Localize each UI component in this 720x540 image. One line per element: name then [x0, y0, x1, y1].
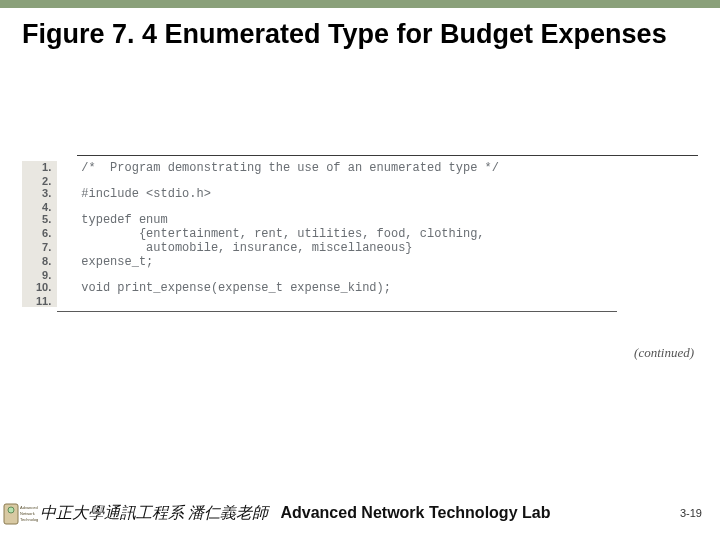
line-number: 7.	[22, 241, 57, 255]
code-text	[57, 201, 617, 213]
continued-label: (continued)	[634, 345, 694, 361]
code-line: 10. void print_expense(expense_t expense…	[22, 281, 617, 295]
code-line: 6. {entertainment, rent, utilities, food…	[22, 227, 617, 241]
page-number: 3-19	[680, 507, 714, 519]
code-line: 3. #include <stdio.h>	[22, 187, 617, 201]
code-line: 4.	[22, 201, 617, 213]
figure-bottom-rule-row	[22, 307, 617, 311]
code-line: 2.	[22, 175, 617, 187]
slide-footer: Advanced Network Technology 中正大學通訊工程系 潘仁…	[0, 498, 720, 528]
code-text: void print_expense(expense_t expense_kin…	[57, 281, 617, 295]
code-text	[57, 175, 617, 187]
top-accent-bar	[0, 0, 720, 8]
line-number: 3.	[22, 187, 57, 201]
title-area: Figure 7. 4 Enumerated Type for Budget E…	[0, 8, 720, 52]
line-number: 4.	[22, 201, 57, 213]
code-line: 9.	[22, 269, 617, 281]
line-number: 9.	[22, 269, 57, 281]
line-number: 2.	[22, 175, 57, 187]
line-number: 5.	[22, 213, 57, 227]
code-text: /* Program demonstrating the use of an e…	[57, 161, 617, 175]
code-line: 5. typedef enum	[22, 213, 617, 227]
code-text	[57, 295, 617, 307]
line-number: 6.	[22, 227, 57, 241]
line-number: 8.	[22, 255, 57, 269]
svg-text:Technology: Technology	[20, 517, 38, 522]
svg-point-1	[8, 507, 14, 513]
line-number: 11.	[22, 295, 57, 307]
line-number: 1.	[22, 161, 57, 175]
code-line: 8. expense_t;	[22, 255, 617, 269]
svg-text:Network: Network	[20, 511, 35, 516]
code-text: typedef enum	[57, 213, 617, 227]
code-text: {entertainment, rent, utilities, food, c…	[57, 227, 617, 241]
footer-en: Advanced Network Technology Lab	[280, 504, 550, 521]
footer-text: 中正大學通訊工程系 潘仁義老師 Advanced Network Technol…	[40, 503, 680, 524]
code-line: 11.	[22, 295, 617, 307]
footer-cjk: 中正大學通訊工程系 潘仁義老師	[40, 504, 268, 521]
code-text: automobile, insurance, miscellaneous}	[57, 241, 617, 255]
figure-bottom-rule	[57, 307, 617, 311]
code-text: expense_t;	[57, 255, 617, 269]
lab-logo-icon: Advanced Network Technology	[2, 498, 38, 528]
code-figure: 1. /* Program demonstrating the use of a…	[22, 155, 698, 312]
code-text: #include <stdio.h>	[57, 187, 617, 201]
line-number: 10.	[22, 281, 57, 295]
code-line: 1. /* Program demonstrating the use of a…	[22, 161, 617, 175]
figure-top-rule	[77, 155, 698, 156]
svg-text:Advanced: Advanced	[20, 505, 38, 510]
code-text	[57, 269, 617, 281]
page-title: Figure 7. 4 Enumerated Type for Budget E…	[22, 18, 698, 52]
code-listing: 1. /* Program demonstrating the use of a…	[22, 161, 617, 312]
code-line: 7. automobile, insurance, miscellaneous}	[22, 241, 617, 255]
